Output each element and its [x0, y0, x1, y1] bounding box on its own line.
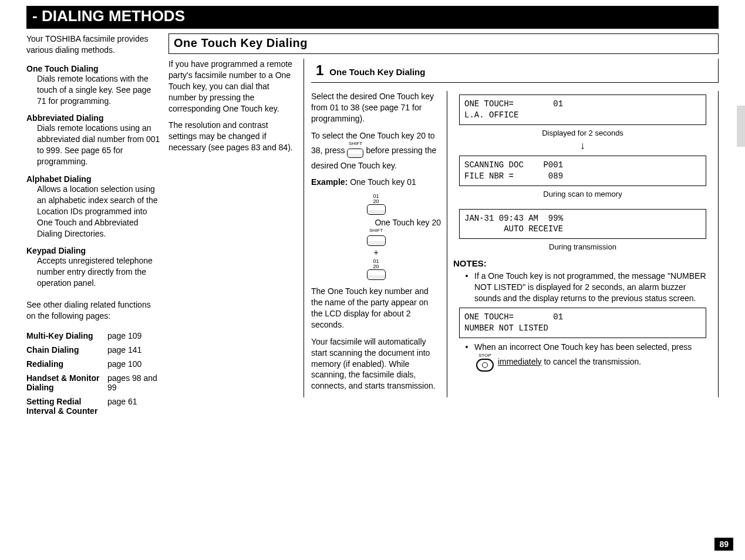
- main-area: One Touch Key Dialing If you have progra…: [168, 33, 719, 418]
- bullet-icon: •: [464, 271, 470, 304]
- stop-button-icon: STOP: [474, 353, 495, 372]
- page-refs-table: Multi-Key Dialing page 109 Chain Dialing…: [26, 329, 161, 418]
- note-text: If a One Touch key is not programmed, th…: [474, 271, 712, 304]
- ref-name: Multi-Key Dialing: [26, 329, 107, 343]
- ref-page: pages 98 and 99: [107, 371, 161, 394]
- lcd-display: SCANNING DOC P001 FILE NBR = 089: [459, 156, 706, 186]
- example-text: One Touch key 01: [348, 177, 416, 187]
- method-keypad: Keypad Dialing Accepts unregistered tele…: [26, 246, 161, 289]
- method-desc: Dials remote locations using an abbrevia…: [37, 123, 161, 167]
- note-bullet: • When an incorrect One Touch key has be…: [464, 342, 712, 372]
- instruction-text: Your facsimile will automatically start …: [311, 336, 441, 392]
- lcd-display: JAN-31 09:43 AM 99% AUTO RECEIVE: [459, 209, 706, 239]
- table-row: Chain Dialing page 141: [26, 343, 161, 357]
- see-other-text: See other dialing related functions on t…: [26, 299, 161, 322]
- text-fragment: to cancel the transmission.: [542, 357, 642, 366]
- lcd-caption: During scan to memory: [453, 190, 712, 198]
- key20-label: One Touch key 20: [311, 217, 441, 228]
- section-heading: One Touch Key Dialing: [168, 33, 719, 54]
- lcd-display: ONE TOUCH= 01 NUMBER NOT LISTED: [459, 308, 706, 338]
- step-number: 1: [316, 62, 323, 79]
- ref-name: Chain Dialing: [26, 343, 107, 357]
- side-tab-marker: [737, 106, 745, 147]
- method-desc: Dials remote locations with the touch of…: [37, 73, 161, 107]
- method-abbreviated: Abbreviated Dialing Dials remote locatio…: [26, 113, 161, 167]
- note-bullet: • If a One Touch key is not programmed, …: [464, 271, 712, 304]
- ref-page: page 100: [107, 357, 161, 371]
- column-overview: Your TOSHIBA facsimile provides various …: [26, 33, 161, 418]
- method-one-touch: One Touch Dialing Dials remote locations…: [26, 64, 161, 107]
- key-01-icon: 0120: [311, 194, 441, 215]
- method-title: Alphabet Dialing: [26, 174, 161, 184]
- table-row: Multi-Key Dialing page 109: [26, 329, 161, 343]
- ref-page: page 61: [107, 394, 161, 418]
- method-desc: Accepts unregistered telephone number en…: [37, 255, 161, 289]
- instruction-text: The One Touch key number and the name of…: [311, 286, 441, 330]
- step-title: One Touch Key Dialing: [329, 67, 425, 77]
- method-title: One Touch Dialing: [26, 64, 161, 73]
- step-displays: ONE TOUCH= 01 L.A. OFFICE Displayed for …: [453, 91, 719, 397]
- ref-name: Setting Redial Interval & Counter: [26, 394, 107, 418]
- method-title: Abbreviated Dialing: [26, 113, 161, 123]
- page-body: Your TOSHIBA facsimile provides various …: [26, 33, 719, 418]
- example-line: Example: One Touch key 01: [311, 177, 441, 188]
- plus-icon: +: [311, 248, 441, 257]
- column-description: If you have programmed a remote party's …: [168, 59, 296, 397]
- intro-text: Your TOSHIBA facsimile provides various …: [26, 33, 161, 56]
- text-fragment: immediately: [498, 357, 542, 366]
- ref-name: Handset & Monitor Dialing: [26, 371, 107, 394]
- key-01-icon: 0120: [311, 259, 441, 280]
- lcd-caption: During transmission: [453, 242, 712, 251]
- instruction-text: Select the desired One Touch key from 01…: [311, 91, 441, 124]
- desc-para-1: If you have programmed a remote party's …: [168, 59, 296, 114]
- chapter-title: - DIALING METHODS: [32, 7, 185, 25]
- method-desc: Allows a location selection using an alp…: [37, 184, 161, 239]
- shift-key-icon: SHIFT: [347, 144, 363, 158]
- arrow-down-icon: ↓: [453, 140, 712, 152]
- bullet-icon: •: [464, 342, 470, 372]
- desc-para-2: The resolution and contrast settings may…: [168, 120, 296, 153]
- method-title: Keypad Dialing: [26, 246, 161, 255]
- table-row: Handset & Monitor Dialing pages 98 and 9…: [26, 371, 161, 394]
- ref-page: page 141: [107, 343, 161, 357]
- ref-name: Redialing: [26, 357, 107, 371]
- step-header: 1 One Touch Key Dialing: [311, 59, 719, 83]
- page-number: 89: [714, 538, 733, 551]
- table-row: Setting Redial Interval & Counter page 6…: [26, 394, 161, 418]
- column-procedure: 1 One Touch Key Dialing Select the desir…: [304, 59, 719, 397]
- method-alphabet: Alphabet Dialing Allows a location selec…: [26, 174, 161, 239]
- example-label: Example:: [311, 177, 348, 187]
- text-fragment: When an incorrect One Touch key has been…: [474, 342, 692, 352]
- lcd-display: ONE TOUCH= 01 L.A. OFFICE: [459, 95, 706, 125]
- lcd-caption: Displayed for 2 seconds: [453, 129, 712, 137]
- instruction-text: To select the One Touch key 20 to 38, pr…: [311, 130, 441, 171]
- step-instructions: Select the desired One Touch key from 01…: [311, 91, 447, 397]
- chapter-title-bar: - DIALING METHODS: [26, 6, 719, 29]
- shift-key-icon: SHIFT: [311, 231, 441, 246]
- notes-heading: NOTES:: [453, 258, 712, 268]
- ref-page: page 109: [107, 329, 161, 343]
- table-row: Redialing page 100: [26, 357, 161, 371]
- note-text: When an incorrect One Touch key has been…: [474, 342, 712, 372]
- step-columns: Select the desired One Touch key from 01…: [311, 91, 719, 397]
